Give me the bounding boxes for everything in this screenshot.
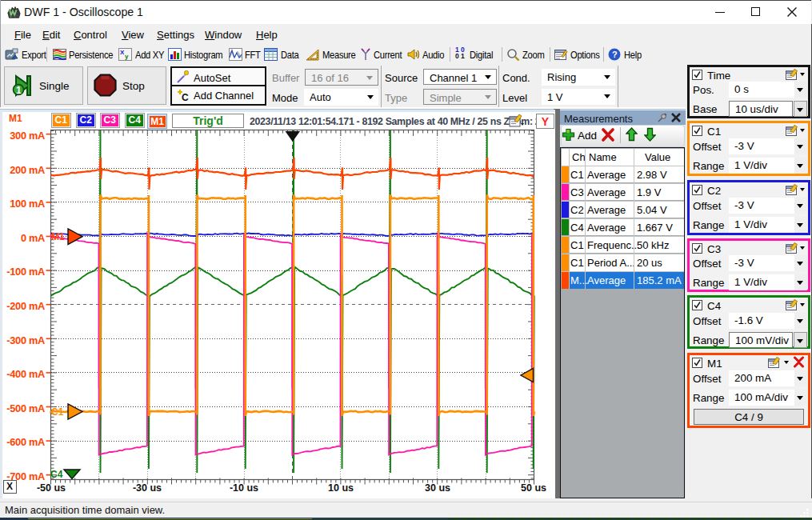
- svg-text:1: 1: [16, 85, 22, 96]
- svg-text:C1: C1: [51, 406, 64, 418]
- svg-text:C4: C4: [50, 469, 63, 480]
- svg-text:M1: M1: [51, 231, 65, 242]
- svg-text:y: y: [125, 53, 129, 60]
- svg-text:?: ?: [612, 50, 618, 59]
- svg-text:C: C: [182, 92, 189, 102]
